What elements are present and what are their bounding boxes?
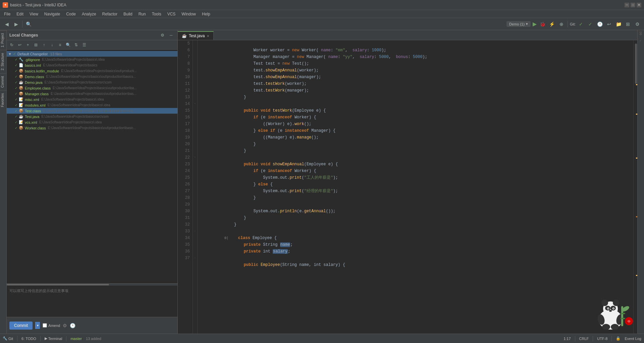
vc-arrow-down-button[interactable]: ↓ (48, 41, 56, 49)
commit-options-gear[interactable]: ⚙ (63, 323, 67, 328)
status-todo-item[interactable]: 6: TODO (21, 337, 36, 341)
panel-label-commit[interactable]: Commit (0, 73, 6, 90)
vc-search-button[interactable]: 🔍 (64, 41, 72, 49)
commit-options-clock[interactable]: 🕐 (70, 323, 75, 328)
terminal-icon: ▶ (45, 336, 47, 341)
file-item-test-java[interactable]: ✓ ☕ Test.java E:\JavaSoftware\IdeaProjec… (7, 114, 177, 119)
expand-icon: ▼ (8, 52, 12, 56)
code-area[interactable]: Worker worker = new Worker( name: "mm", … (198, 40, 633, 334)
commit-button[interactable]: Commit (9, 322, 33, 330)
file-check-icon: ✓ (15, 92, 17, 96)
file-item-gitignore[interactable]: ✓ 🔧 .gitignore E:\JavaSoftware\IdeaProje… (7, 57, 177, 62)
menu-window[interactable]: Window (179, 11, 199, 17)
vc-filter-button[interactable]: ≡ (56, 41, 64, 49)
git-checkmark-button[interactable]: ✓ (577, 20, 585, 28)
file-item-misc-xml[interactable]: ✓ 📝 misc.xml E:\JavaSoftware\IdeaProject… (7, 97, 177, 102)
panel-label-project[interactable]: 1: Project (0, 30, 6, 50)
git-clock-button[interactable]: 🕐 (596, 20, 604, 28)
file-check-icon: ✓ (15, 115, 17, 118)
debug-button[interactable]: 🐞 (539, 20, 547, 28)
menu-refactor[interactable]: Refactor (100, 11, 120, 17)
file-item-test-class[interactable]: ✓ 📦 Test.class E:\JavaSoftware\IdeaProje… (7, 108, 177, 114)
right-sidebar-database-icon[interactable]: DB (639, 32, 643, 36)
file-item-manager-class[interactable]: ✓ 📦 Manager.class E:\JavaSoftware\IdeaPr… (7, 91, 177, 97)
scroll-thumb[interactable] (635, 44, 637, 84)
window-title: basics - Test.java - IntelliJ IDEA (10, 3, 66, 7)
menu-vcs[interactable]: VCS (165, 11, 178, 17)
changelist-header[interactable]: ▼ ✓ Default Changelist 13 files (7, 51, 177, 57)
tab-close-icon[interactable]: ✕ (207, 34, 209, 38)
line-num-19: 19 (178, 134, 190, 141)
coverage-button[interactable]: ⚡ (548, 20, 556, 28)
maximize-button[interactable]: □ (631, 3, 635, 7)
vc-expand-button[interactable]: ⇅ (72, 41, 80, 49)
file-path: E:\JavaSoftware\IdeaProjects\basics\.ide… (48, 103, 110, 107)
file-item-basics-iml[interactable]: ✓ 📄 basics.iml E:\JavaSoftware\IdeaProje… (7, 62, 177, 68)
file-item-employee-class[interactable]: ✓ 📦 Employee.class E:\JavaSoftware\IdeaP… (7, 85, 177, 91)
menu-code[interactable]: Code (63, 11, 78, 17)
code-line-20: } (200, 141, 631, 148)
file-item-worker-class[interactable]: ✓ 📦 Worker.class E:\JavaSoftware\IdeaPro… (7, 125, 177, 131)
menu-edit[interactable]: Edit (14, 11, 26, 17)
file-type-icon: ☕ (19, 114, 23, 119)
menu-help[interactable]: Help (199, 11, 213, 17)
menu-run[interactable]: Run (136, 11, 149, 17)
file-item-demo-class[interactable]: ✓ 📦 Demo.class E:\JavaSoftware\IdeaProje… (7, 74, 177, 79)
file-path: E:\JavaSoftware\IdeaProjects\basics\src\… (41, 115, 108, 118)
file-check-icon: ✓ (15, 120, 17, 124)
vc-add-button[interactable]: + (24, 41, 32, 49)
menu-tools[interactable]: Tools (149, 11, 164, 17)
added-label: 13 added (86, 337, 101, 341)
vc-refresh-button[interactable]: ↻ (8, 41, 15, 49)
vc-toolbar: ↻ ↩ + ⊞ ↑ ↓ ≡ 🔍 ⇅ ☰ (7, 40, 177, 50)
file-item-modules-xml[interactable]: ✓ 📝 modules.xml E:\JavaSoftware\IdeaProj… (7, 102, 177, 108)
panel-label-structure[interactable]: 2: Structure (0, 50, 6, 73)
vc-minimize-button[interactable]: ─ (167, 32, 175, 39)
file-path: E:\JavaSoftware\IdeaProjects\basics\out\… (53, 86, 137, 90)
right-sidebar-todo-icon[interactable]: ✓ (639, 39, 643, 44)
status-git-item[interactable]: 🔧 Git (3, 336, 13, 341)
commit-dropdown-button[interactable]: ▾ (35, 322, 40, 329)
vc-diff-button[interactable]: ⊞ (32, 41, 40, 49)
window-controls[interactable]: ─ □ ✕ (625, 3, 641, 7)
menu-build[interactable]: Build (121, 11, 135, 17)
profile-button[interactable]: ⊕ (557, 20, 566, 28)
file-tree: ▼ ✓ Default Changelist 13 files ✓ 🔧 .git… (7, 50, 177, 283)
run-configuration[interactable]: Demo (1) ▾ (506, 21, 531, 27)
back-button[interactable]: ◀ (3, 20, 11, 28)
panel-label-favorites[interactable]: Favorites (0, 90, 6, 110)
git-checkmark2-button[interactable]: ✓ (586, 20, 594, 28)
menu-view[interactable]: View (27, 11, 41, 17)
vc-group-button[interactable]: ☰ (80, 41, 88, 49)
commit-message-input[interactable] (7, 286, 177, 317)
menu-analyze[interactable]: Analyze (79, 11, 99, 17)
file-item-kotlin-module[interactable]: ✓ 📦 basics.kotlin_module E:\JavaSoftware… (7, 68, 177, 74)
forward-button[interactable]: ▶ (12, 20, 20, 28)
status-terminal-item[interactable]: ▶ Terminal (45, 336, 62, 341)
code-line-5: Worker worker = new Worker( name: "mm", … (200, 40, 631, 47)
line-num-8: 8 (178, 60, 190, 67)
file-item-demo-java[interactable]: ✓ ☕ Demo.java E:\JavaSoftware\IdeaProjec… (7, 79, 177, 85)
event-log-label[interactable]: Event Log (625, 337, 641, 341)
code-line-29: System.out.println(e.getAnnual()); (200, 201, 631, 208)
search-everywhere-button[interactable]: 🔍 (24, 20, 33, 28)
menu-navigate[interactable]: Navigate (42, 11, 63, 17)
minimize-button[interactable]: ─ (625, 3, 629, 7)
git-settings-button[interactable]: ⚙ (633, 20, 641, 28)
close-button[interactable]: ✕ (637, 3, 641, 7)
git-expand-button[interactable]: ⊞ (624, 20, 632, 28)
tab-test-java[interactable]: ☕ Test.java ✕ (178, 31, 214, 40)
file-item-vcs-xml[interactable]: ✓ 📝 vcs.xml E:\JavaSoftware\IdeaProjects… (7, 119, 177, 125)
run-button[interactable]: ▶ (532, 20, 537, 28)
vc-settings-button[interactable]: ⚙ (159, 32, 166, 39)
git-folder-button[interactable]: 📁 (614, 20, 623, 28)
git-undo-button[interactable]: ↩ (605, 20, 613, 28)
vc-undo-button[interactable]: ↩ (16, 41, 23, 49)
amend-checkbox[interactable] (43, 323, 47, 328)
menu-bar: File Edit View Navigate Code Analyze Ref… (0, 10, 644, 18)
vc-arrow-up-button[interactable]: ↑ (40, 41, 48, 49)
scrollbar-right[interactable] (633, 40, 637, 334)
menu-file[interactable]: File (1, 11, 13, 17)
git-status-label: Git (8, 337, 13, 341)
file-name: Test.class (25, 109, 41, 113)
